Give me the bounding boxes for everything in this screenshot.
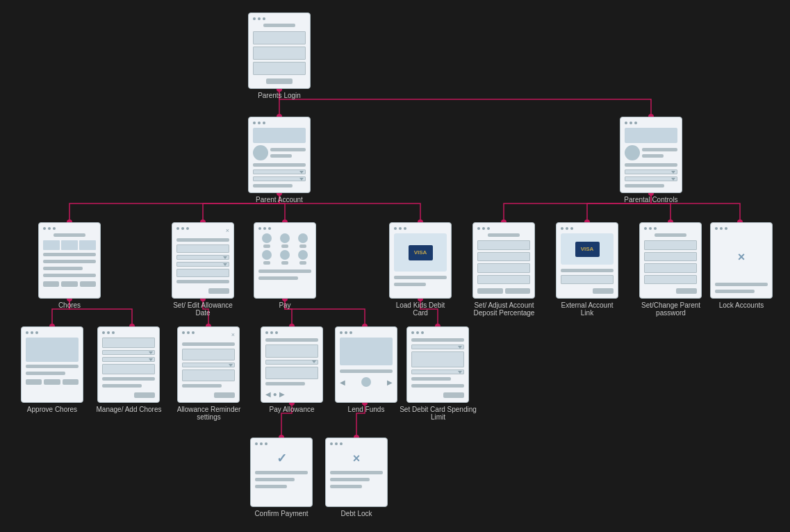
label-set-debit-spending: Set Debit Card Spending Limit <box>398 406 478 421</box>
card-parent-account[interactable] <box>248 117 311 193</box>
label-pay: Pay <box>254 301 316 309</box>
label-parents-login: Parents Login <box>248 92 311 99</box>
card-set-adjust-account[interactable] <box>472 222 535 299</box>
card-parental-controls[interactable] <box>620 117 682 193</box>
label-load-kids-debit: Load Kids Debit Card <box>389 301 452 317</box>
card-approve-chores[interactable] <box>21 326 83 403</box>
label-set-edit-allowance: Set/ Edit Allowance Date <box>172 301 234 317</box>
card-set-change-password[interactable] <box>639 222 702 299</box>
card-allowance-reminder[interactable]: × <box>177 326 240 403</box>
card-external-account-link[interactable]: VISA <box>556 222 618 299</box>
card-lend-funds[interactable]: ◀ ▶ <box>335 326 397 403</box>
label-set-adjust-account: Set/ Adjust Account Deposit Percentage <box>464 301 544 317</box>
card-set-edit-allowance[interactable]: × <box>172 222 234 299</box>
label-confirm-payment: Confirm Payment <box>250 510 313 517</box>
label-set-change-password: Set/Change Parent password <box>631 301 711 317</box>
card-pay[interactable] <box>254 222 316 299</box>
label-approve-chores: Approve Chores <box>21 406 83 413</box>
card-load-kids-debit[interactable]: VISA <box>389 222 452 299</box>
canvas: Parents Login Parent Account <box>0 0 790 532</box>
card-parents-login[interactable] <box>248 13 311 89</box>
card-set-debit-spending[interactable] <box>406 326 469 403</box>
card-confirm-payment[interactable]: ✓ <box>250 438 313 507</box>
card-debt-lock[interactable]: × <box>325 438 388 507</box>
label-parental-controls: Parental Controls <box>620 196 682 203</box>
label-external-account-link: External Account Link <box>556 301 618 317</box>
label-pay-allowance: Pay Allowance <box>261 406 323 413</box>
card-chores[interactable] <box>38 222 101 299</box>
card-pay-allowance[interactable]: ◀ ● ▶ <box>261 326 323 403</box>
label-manage-add-chores: Manage/ Add Chores <box>89 406 169 413</box>
label-parent-account: Parent Account <box>248 196 311 203</box>
label-debt-lock: Debt Lock <box>325 510 388 517</box>
card-manage-add-chores[interactable] <box>97 326 160 403</box>
card-lock-accounts[interactable]: × <box>710 222 773 299</box>
label-chores: Chores <box>38 301 101 309</box>
label-lock-accounts: Lock Accounts <box>710 301 773 309</box>
label-lend-funds: Lend Funds <box>335 406 397 413</box>
label-allowance-reminder: Allowance Reminder settings <box>169 406 249 421</box>
